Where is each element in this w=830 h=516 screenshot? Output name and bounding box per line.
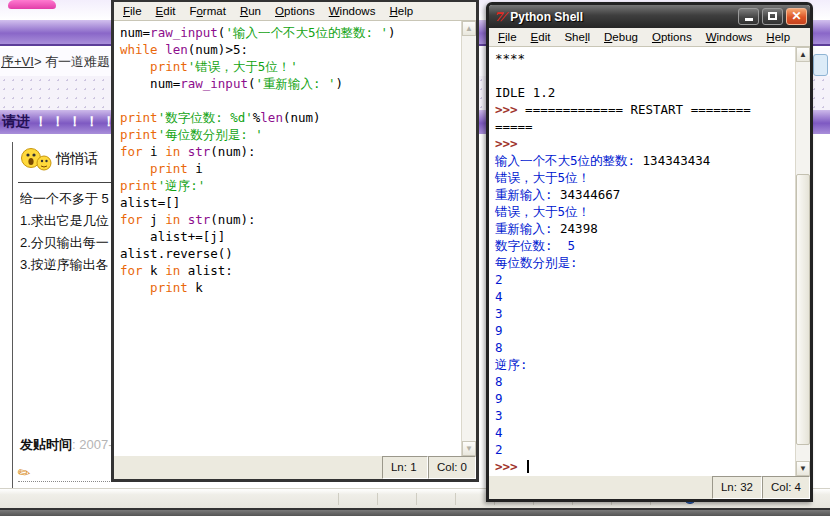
menu-windows[interactable]: Windows	[699, 29, 760, 45]
minimize-button[interactable]	[738, 8, 759, 25]
text-line: =====	[495, 118, 795, 135]
text-line: for j in str(num):	[120, 211, 461, 228]
signature-row: ✎	[18, 464, 112, 482]
idle-app-icon: 7⁄	[494, 10, 504, 24]
shell-status-bar: Ln: 32 Col: 4	[489, 476, 810, 499]
post-body-lines: 给一个不多于 51.求出它是几位2.分贝输出每一3.按逆序输出各	[20, 188, 112, 276]
post-text-line: 3.按逆序输出各	[20, 254, 112, 276]
editor-scroll-track[interactable]	[462, 36, 476, 441]
editor-text-area[interactable]: num=raw_input('输入一个不大5位的整数: ')while len(…	[114, 21, 461, 456]
text-line: 9	[495, 390, 795, 407]
breadcrumb-link[interactable]: 序+VI	[1, 53, 34, 71]
shell-window-title: Python Shell	[510, 10, 735, 24]
shell-column-indicator: Col: 4	[762, 476, 810, 499]
text-line: >>>	[495, 135, 795, 152]
text-line: 9	[495, 322, 795, 339]
menu-run[interactable]: Run	[233, 3, 268, 19]
menu-help[interactable]: Help	[382, 3, 420, 19]
text-line: 每位数分别是:	[495, 254, 795, 271]
scroll-thumb[interactable]	[796, 174, 810, 445]
scroll-up-icon[interactable]: ▲	[796, 47, 810, 62]
text-line: print'数字位数: %d'%len(num)	[120, 109, 461, 126]
scroll-up-icon[interactable]: ▲	[462, 21, 476, 36]
pencil-icon: ✎	[14, 462, 35, 484]
whisper-label[interactable]: 悄悄话	[56, 150, 98, 168]
editor-body: num=raw_input('输入一个不大5位的整数: ')while len(…	[114, 21, 476, 456]
shell-menu-bar: FileEditShellDebugOptionsWindowsHelp	[489, 28, 810, 47]
menu-shell[interactable]: Shell	[557, 29, 597, 45]
text-line: >>> ============= RESTART ========	[495, 101, 795, 118]
post-time: 发贴时间: 2007-	[20, 436, 112, 454]
text-line: 数字位数: 5	[495, 237, 795, 254]
menu-windows[interactable]: Windows	[322, 3, 383, 19]
text-line: 重新输入: 24398	[495, 220, 795, 237]
whisper-emoji-icon	[20, 146, 52, 172]
scroll-down-icon[interactable]: ▼	[462, 441, 476, 456]
text-line: print'错误，大于5位！'	[120, 58, 461, 75]
text-line: 错误，大于5位！	[495, 169, 795, 186]
text-line: 8	[495, 339, 795, 356]
menu-edit[interactable]: Edit	[149, 3, 183, 19]
menu-edit[interactable]: Edit	[524, 29, 558, 45]
text-line: ****	[495, 50, 795, 67]
pink-tab-shape	[8, 0, 56, 9]
menu-options[interactable]: Options	[645, 29, 699, 45]
text-line: 2	[495, 271, 795, 288]
maximize-button[interactable]	[762, 8, 783, 25]
text-cursor	[527, 460, 529, 473]
breadcrumb-text: > 有一道难题，	[34, 53, 123, 71]
python-shell-window: 7⁄ Python Shell ✕ FileEditShellDebugOpti…	[486, 2, 813, 502]
menu-debug[interactable]: Debug	[597, 29, 645, 45]
post-text-line: 2.分贝输出每一	[20, 232, 112, 254]
text-line: 8	[495, 373, 795, 390]
banner-exclaims: ！！！！！	[34, 113, 119, 131]
shell-body: **** IDLE 1.2>>> ============= RESTART =…	[489, 47, 810, 476]
text-line: IDLE 1.2	[495, 84, 795, 101]
text-line: num=raw_input('输入一个不大5位的整数: ')	[120, 24, 461, 41]
menu-help[interactable]: Help	[759, 29, 797, 45]
taskbar-edge	[0, 508, 830, 516]
post-time-value: : 2007-	[72, 437, 112, 452]
text-line: >>>	[495, 458, 795, 475]
menu-file[interactable]: File	[491, 29, 524, 45]
text-line: alist=[]	[120, 194, 461, 211]
text-line: while len(num)>5:	[120, 41, 461, 58]
menu-file[interactable]: File	[116, 3, 149, 19]
text-line: num=raw_input('重新输入: ')	[120, 75, 461, 92]
shell-line-indicator: Ln: 32	[712, 476, 762, 499]
text-line: 输入一个不大5位的整数: 134343434	[495, 152, 795, 169]
text-line: alist.reverse()	[120, 245, 461, 262]
editor-column-indicator: Col: 0	[428, 456, 476, 479]
text-line: 逆序:	[495, 356, 795, 373]
close-button[interactable]: ✕	[786, 8, 807, 25]
editor-menu-bar: FileEditFormatRunOptionsWindowsHelp	[114, 2, 476, 21]
banner-text: 请进	[2, 113, 30, 131]
idle-editor-window: FileEditFormatRunOptionsWindowsHelp num=…	[111, 0, 479, 482]
post-text-line: 给一个不多于 5	[20, 188, 112, 210]
menu-format[interactable]: Format	[182, 3, 232, 19]
editor-line-indicator: Ln: 1	[382, 456, 428, 479]
table-border-line	[12, 142, 13, 488]
shell-scrollbar[interactable]: ▲ ▼	[795, 47, 810, 476]
divider-line	[18, 182, 112, 183]
text-line: 4	[495, 424, 795, 441]
editor-status-bar: Ln: 1 Col: 0	[114, 456, 476, 479]
text-line	[120, 92, 461, 109]
text-line: print'逆序:'	[120, 177, 461, 194]
text-line: 2	[495, 441, 795, 458]
scroll-down-icon[interactable]: ▼	[796, 461, 810, 476]
text-line: alist+=[j]	[120, 228, 461, 245]
editor-scrollbar[interactable]: ▲ ▼	[461, 21, 476, 456]
shell-text-area[interactable]: **** IDLE 1.2>>> ============= RESTART =…	[489, 47, 795, 476]
text-line: print i	[120, 160, 461, 177]
text-line: for i in str(num):	[120, 143, 461, 160]
shell-scroll-track[interactable]	[796, 62, 810, 461]
menu-options[interactable]: Options	[268, 3, 322, 19]
post-time-label: 发贴时间	[20, 437, 72, 452]
text-line: 3	[495, 407, 795, 424]
page-fragment-button	[813, 54, 828, 76]
post-text-line: 1.求出它是几位	[20, 210, 112, 232]
text-line	[495, 67, 795, 84]
shell-title-bar[interactable]: 7⁄ Python Shell ✕	[489, 5, 810, 28]
text-line: print'每位数分别是: '	[120, 126, 461, 143]
